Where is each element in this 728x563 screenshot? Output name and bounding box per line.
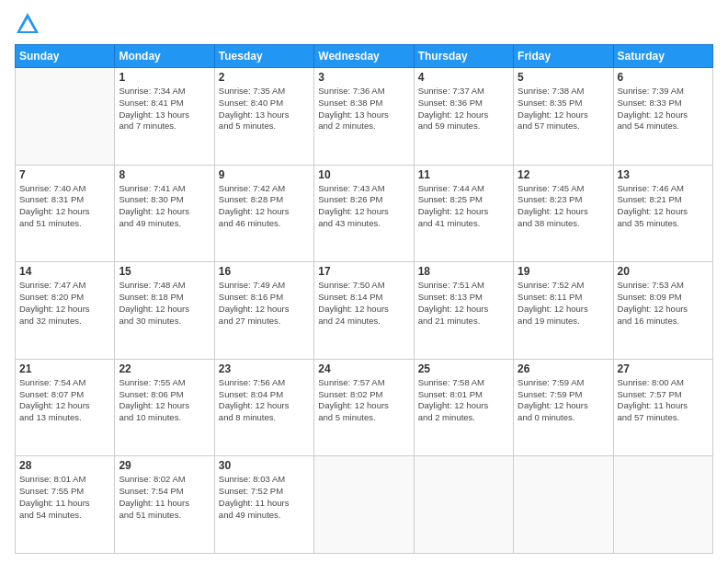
day-info: Sunrise: 7:39 AM Sunset: 8:33 PM Dayligh… [618, 86, 709, 132]
calendar-cell: 11Sunrise: 7:44 AM Sunset: 8:25 PM Dayli… [414, 165, 513, 262]
week-row-1: 1Sunrise: 7:34 AM Sunset: 8:41 PM Daylig… [16, 68, 713, 166]
day-info: Sunrise: 7:58 AM Sunset: 8:01 PM Dayligh… [418, 377, 509, 424]
day-info: Sunrise: 7:55 AM Sunset: 8:06 PM Dayligh… [119, 377, 210, 424]
calendar-cell: 22Sunrise: 7:55 AM Sunset: 8:06 PM Dayli… [115, 359, 214, 456]
day-info: Sunrise: 7:42 AM Sunset: 8:28 PM Dayligh… [219, 183, 310, 230]
calendar-cell: 23Sunrise: 7:56 AM Sunset: 8:04 PM Dayli… [214, 359, 313, 456]
day-number: 11 [418, 168, 509, 181]
week-row-3: 14Sunrise: 7:47 AM Sunset: 8:20 PM Dayli… [16, 262, 713, 360]
day-info: Sunrise: 7:41 AM Sunset: 8:30 PM Dayligh… [119, 183, 210, 230]
day-number: 21 [19, 362, 110, 375]
calendar-cell: 4Sunrise: 7:37 AM Sunset: 8:36 PM Daylig… [414, 68, 513, 166]
calendar-cell: 7Sunrise: 7:40 AM Sunset: 8:31 PM Daylig… [16, 165, 115, 262]
day-info: Sunrise: 7:38 AM Sunset: 8:35 PM Dayligh… [518, 86, 609, 132]
weekday-header-friday: Friday [514, 45, 613, 68]
day-number: 1 [119, 71, 210, 84]
day-info: Sunrise: 7:49 AM Sunset: 8:16 PM Dayligh… [219, 280, 310, 327]
calendar-cell: 9Sunrise: 7:42 AM Sunset: 8:28 PM Daylig… [214, 165, 313, 262]
calendar-cell [16, 68, 115, 166]
day-info: Sunrise: 7:51 AM Sunset: 8:13 PM Dayligh… [418, 280, 509, 327]
day-number: 22 [119, 362, 210, 375]
day-number: 12 [518, 168, 609, 181]
day-number: 9 [219, 168, 310, 181]
calendar-cell: 26Sunrise: 7:59 AM Sunset: 7:59 PM Dayli… [514, 359, 613, 456]
day-info: Sunrise: 7:54 AM Sunset: 8:07 PM Dayligh… [19, 377, 110, 424]
week-row-2: 7Sunrise: 7:40 AM Sunset: 8:31 PM Daylig… [16, 165, 713, 262]
day-number: 7 [19, 168, 110, 181]
calendar-cell: 18Sunrise: 7:51 AM Sunset: 8:13 PM Dayli… [414, 262, 513, 360]
day-info: Sunrise: 7:48 AM Sunset: 8:18 PM Dayligh… [119, 280, 210, 327]
calendar-cell: 16Sunrise: 7:49 AM Sunset: 8:16 PM Dayli… [214, 262, 313, 360]
calendar-cell: 29Sunrise: 8:02 AM Sunset: 7:54 PM Dayli… [115, 456, 214, 554]
day-number: 19 [518, 265, 609, 278]
day-info: Sunrise: 8:03 AM Sunset: 7:52 PM Dayligh… [219, 474, 310, 521]
calendar-cell: 21Sunrise: 7:54 AM Sunset: 8:07 PM Dayli… [16, 359, 115, 456]
day-info: Sunrise: 7:34 AM Sunset: 8:41 PM Dayligh… [119, 86, 210, 132]
calendar-cell [414, 456, 513, 554]
day-number: 28 [19, 459, 110, 472]
calendar-cell: 1Sunrise: 7:34 AM Sunset: 8:41 PM Daylig… [115, 68, 214, 166]
day-number: 27 [618, 362, 709, 375]
day-info: Sunrise: 7:56 AM Sunset: 8:04 PM Dayligh… [219, 377, 310, 424]
calendar-cell: 13Sunrise: 7:46 AM Sunset: 8:21 PM Dayli… [613, 165, 712, 262]
calendar-cell: 27Sunrise: 8:00 AM Sunset: 7:57 PM Dayli… [613, 359, 712, 456]
day-info: Sunrise: 7:47 AM Sunset: 8:20 PM Dayligh… [19, 280, 110, 327]
day-number: 26 [518, 362, 609, 375]
day-info: Sunrise: 7:36 AM Sunset: 8:38 PM Dayligh… [318, 86, 409, 132]
day-info: Sunrise: 8:01 AM Sunset: 7:55 PM Dayligh… [19, 474, 110, 521]
calendar-cell: 17Sunrise: 7:50 AM Sunset: 8:14 PM Dayli… [314, 262, 414, 360]
day-number: 16 [219, 265, 310, 278]
day-info: Sunrise: 7:52 AM Sunset: 8:11 PM Dayligh… [518, 280, 609, 327]
calendar-cell: 19Sunrise: 7:52 AM Sunset: 8:11 PM Dayli… [514, 262, 613, 360]
day-info: Sunrise: 8:00 AM Sunset: 7:57 PM Dayligh… [618, 377, 709, 424]
day-info: Sunrise: 7:45 AM Sunset: 8:23 PM Dayligh… [518, 183, 609, 230]
weekday-header-sunday: Sunday [16, 45, 115, 68]
calendar-cell: 8Sunrise: 7:41 AM Sunset: 8:30 PM Daylig… [115, 165, 214, 262]
day-number: 17 [318, 265, 409, 278]
day-info: Sunrise: 7:40 AM Sunset: 8:31 PM Dayligh… [19, 183, 110, 230]
day-number: 25 [418, 362, 509, 375]
calendar-cell: 14Sunrise: 7:47 AM Sunset: 8:20 PM Dayli… [16, 262, 115, 360]
header [15, 11, 713, 37]
calendar-cell: 2Sunrise: 7:35 AM Sunset: 8:40 PM Daylig… [214, 68, 313, 166]
day-info: Sunrise: 7:35 AM Sunset: 8:40 PM Dayligh… [219, 86, 310, 132]
calendar-cell: 10Sunrise: 7:43 AM Sunset: 8:26 PM Dayli… [314, 165, 414, 262]
weekday-header-monday: Monday [115, 45, 214, 68]
day-number: 23 [219, 362, 310, 375]
day-info: Sunrise: 8:02 AM Sunset: 7:54 PM Dayligh… [119, 474, 210, 521]
day-number: 29 [119, 459, 210, 472]
day-number: 3 [318, 71, 409, 84]
calendar-table: SundayMondayTuesdayWednesdayThursdayFrid… [15, 44, 713, 554]
calendar-cell: 3Sunrise: 7:36 AM Sunset: 8:38 PM Daylig… [314, 68, 414, 166]
day-number: 14 [19, 265, 110, 278]
calendar-cell: 15Sunrise: 7:48 AM Sunset: 8:18 PM Dayli… [115, 262, 214, 360]
week-row-4: 21Sunrise: 7:54 AM Sunset: 8:07 PM Dayli… [16, 359, 713, 456]
calendar-cell [314, 456, 414, 554]
day-number: 4 [418, 71, 509, 84]
day-number: 10 [318, 168, 409, 181]
calendar-cell: 6Sunrise: 7:39 AM Sunset: 8:33 PM Daylig… [613, 68, 712, 166]
weekday-header-row: SundayMondayTuesdayWednesdayThursdayFrid… [16, 45, 713, 68]
calendar-cell: 24Sunrise: 7:57 AM Sunset: 8:02 PM Dayli… [314, 359, 414, 456]
calendar-cell: 28Sunrise: 8:01 AM Sunset: 7:55 PM Dayli… [16, 456, 115, 554]
calendar-cell: 20Sunrise: 7:53 AM Sunset: 8:09 PM Dayli… [613, 262, 712, 360]
day-info: Sunrise: 7:53 AM Sunset: 8:09 PM Dayligh… [618, 280, 709, 327]
day-number: 20 [618, 265, 709, 278]
weekday-header-tuesday: Tuesday [214, 45, 313, 68]
page: SundayMondayTuesdayWednesdayThursdayFrid… [0, 0, 728, 563]
day-number: 6 [618, 71, 709, 84]
day-info: Sunrise: 7:43 AM Sunset: 8:26 PM Dayligh… [318, 183, 409, 230]
day-info: Sunrise: 7:50 AM Sunset: 8:14 PM Dayligh… [318, 280, 409, 327]
week-row-5: 28Sunrise: 8:01 AM Sunset: 7:55 PM Dayli… [16, 456, 713, 554]
calendar-cell: 5Sunrise: 7:38 AM Sunset: 8:35 PM Daylig… [514, 68, 613, 166]
day-number: 15 [119, 265, 210, 278]
day-number: 5 [518, 71, 609, 84]
calendar-cell [514, 456, 613, 554]
logo-icon [15, 11, 40, 37]
weekday-header-thursday: Thursday [414, 45, 513, 68]
weekday-header-wednesday: Wednesday [314, 45, 414, 68]
day-number: 2 [219, 71, 310, 84]
day-number: 13 [618, 168, 709, 181]
day-number: 30 [219, 459, 310, 472]
day-number: 8 [119, 168, 210, 181]
